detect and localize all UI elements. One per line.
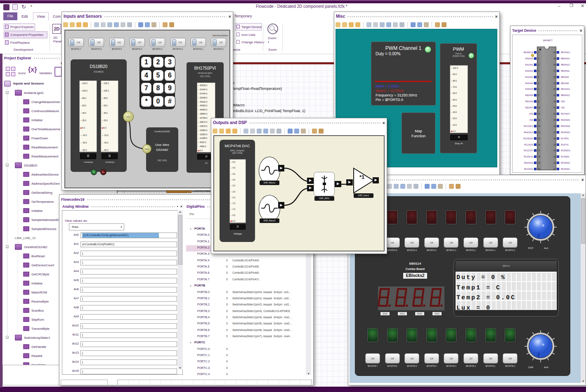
svg-text:*1: *1 bbox=[359, 174, 364, 180]
